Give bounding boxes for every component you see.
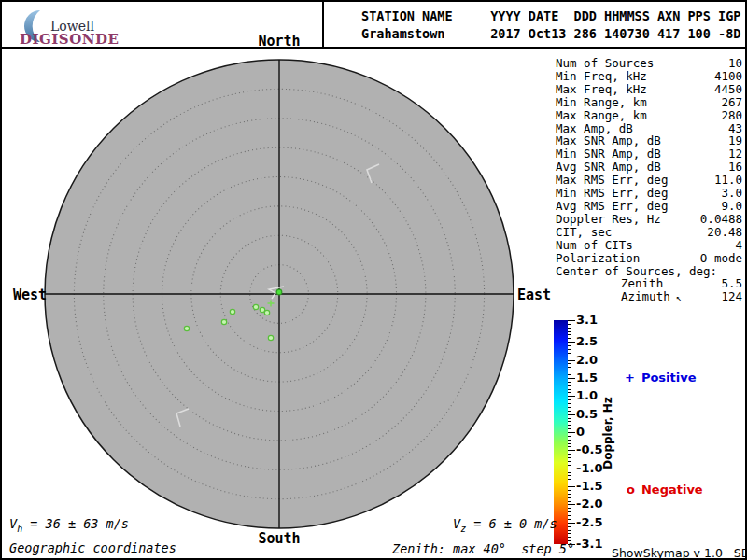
compass-east-label: East	[517, 287, 551, 303]
compass-west-label: West	[13, 287, 47, 303]
colorbar-major-tick	[568, 342, 575, 343]
stat-value: 5.5	[721, 277, 742, 290]
source-dot	[264, 310, 269, 315]
stat-value: 19	[728, 134, 742, 147]
vh-symbol: V	[9, 516, 17, 531]
colorbar-minor-tick	[568, 367, 571, 368]
colorbar-tick-label: 3.1	[576, 313, 598, 327]
stat-row: PolarizationO-mode	[556, 252, 742, 265]
colorbar-minor-tick	[568, 334, 571, 335]
source-dot	[253, 304, 258, 309]
colorbar-minor-tick	[568, 338, 571, 339]
colorbar-minor-tick	[568, 511, 571, 512]
stat-label: Avg RMS Err, deg	[556, 200, 668, 213]
colorbar-minor-tick	[568, 530, 571, 531]
stat-label: Azimuth	[621, 290, 670, 303]
stat-label: Min Range, km	[556, 96, 647, 109]
colorbar-minor-tick	[568, 475, 571, 476]
stat-value: 10	[728, 57, 742, 70]
colorbar-minor-tick	[568, 515, 571, 516]
stat-value: 43	[728, 122, 742, 135]
legend-positive-label: Positive	[641, 371, 697, 385]
source-dot	[184, 326, 189, 330]
legend-negative: oNegative	[627, 483, 703, 497]
source-dot	[268, 335, 273, 340]
skymap-window: Lowell DIGISONDE STATION NAME YYYY DATE …	[0, 0, 747, 560]
stat-row: Min Range, km267	[556, 96, 742, 109]
stat-row: Max Freq, kHz4450	[556, 83, 742, 96]
compass-south-label: South	[258, 530, 300, 547]
stat-value: 0.0488	[700, 213, 742, 226]
stat-row: Azimuth↖124	[556, 290, 742, 304]
legend-negative-label: Negative	[641, 483, 703, 497]
colorbar-minor-tick	[568, 385, 571, 386]
stat-row: CIT, sec20.48	[556, 226, 742, 239]
vertical-velocity-value: Vz = 6 ± 0 m/s	[453, 516, 557, 534]
colorbar-minor-tick	[568, 382, 571, 383]
colorbar-minor-tick	[568, 494, 571, 495]
stat-row: Min RMS Err, deg3.0	[556, 187, 742, 200]
colorbar-tick-label: -3.1	[576, 537, 602, 551]
stat-row: Num of Sources10	[556, 57, 742, 70]
app-version-label: ShowSkymap v 1.0 SD v 5.1	[612, 546, 747, 560]
vz-value: = 6 ± 0 m/s	[466, 516, 557, 531]
stat-row: Max Range, km280	[556, 109, 742, 122]
stats-panel: Num of Sources10Min Freq, kHz4100Max Fre…	[556, 57, 742, 304]
stat-row: Max Amp, dB43	[556, 122, 742, 135]
stat-row: Max SNR Amp, dB19	[556, 134, 742, 147]
coordinates-note: Geographic coordinates	[9, 540, 176, 555]
stat-row: Center of Sources, deg:	[556, 265, 742, 278]
stat-row: Avg SNR Amp, dB16	[556, 161, 742, 174]
stat-label: Polarization	[556, 252, 640, 265]
colorbar-major-tick	[568, 378, 575, 379]
colorbar-major-tick	[568, 486, 575, 487]
stat-row: Avg RMS Err, deg9.0	[556, 200, 742, 213]
colorbar-axis-label: Doppler, Hz	[566, 391, 650, 475]
stat-label: Max RMS Err, deg	[556, 174, 668, 187]
stat-row: Min SNR Amp, dB12	[556, 147, 742, 161]
colorbar-major-tick	[568, 360, 575, 361]
colorbar-tick-label: 2.5	[576, 334, 598, 348]
stat-value: 3.0	[721, 187, 742, 200]
colorbar-minor-tick	[568, 371, 571, 371]
colorbar-tick-label: -1.5	[576, 479, 602, 493]
stat-row: Num of CITs4	[556, 239, 742, 252]
horizontal-velocity-value: Vh = 36 ± 63 m/s	[9, 516, 129, 534]
colorbar-minor-tick	[568, 331, 571, 332]
stat-value: 124	[721, 290, 742, 303]
stat-label: Center of Sources, deg:	[556, 265, 717, 278]
stat-label: Max Amp, dB	[556, 122, 633, 135]
colorbar-minor-tick	[568, 537, 571, 538]
colorbar-minor-tick	[568, 353, 571, 354]
colorbar-minor-tick	[568, 328, 571, 329]
colorbar-minor-tick	[568, 345, 571, 346]
vz-symbol: V	[453, 516, 460, 531]
colorbar-tick-label: 2.0	[576, 353, 598, 367]
stat-label: Min SNR Amp, dB	[556, 147, 661, 161]
stat-label: Max SNR Amp, dB	[556, 134, 661, 147]
source-dot-bright	[276, 289, 282, 295]
stat-label: Zenith	[621, 277, 663, 290]
stat-value: 12	[728, 147, 742, 161]
source-dot	[230, 309, 234, 314]
compass-north-label: North	[258, 33, 300, 49]
colorbar-minor-tick	[568, 483, 571, 483]
colorbar-tick-label: -2.5	[576, 515, 602, 529]
legend-positive: +Positive	[625, 371, 697, 385]
stat-value: 16	[728, 161, 742, 174]
stat-value: 11.0	[714, 174, 742, 187]
vh-value: = 36 ± 63 m/s	[22, 516, 129, 531]
colorbar-minor-tick	[568, 526, 571, 527]
colorbar-minor-tick	[568, 479, 571, 480]
colorbar-minor-tick	[568, 508, 571, 509]
azimuth-arrow-icon: ↖	[676, 291, 682, 304]
colorbar-minor-tick	[568, 497, 571, 498]
colorbar-tick-label: -2.0	[576, 497, 602, 511]
colorbar-minor-tick	[568, 389, 571, 390]
stat-label: Min Freq, kHz	[556, 70, 647, 83]
stat-value: O-mode	[700, 252, 742, 265]
stat-label: CIT, sec	[556, 226, 612, 239]
stat-label: Doppler Res, Hz	[556, 213, 661, 226]
colorbar-minor-tick	[568, 363, 571, 364]
stat-value: 4100	[714, 70, 742, 83]
